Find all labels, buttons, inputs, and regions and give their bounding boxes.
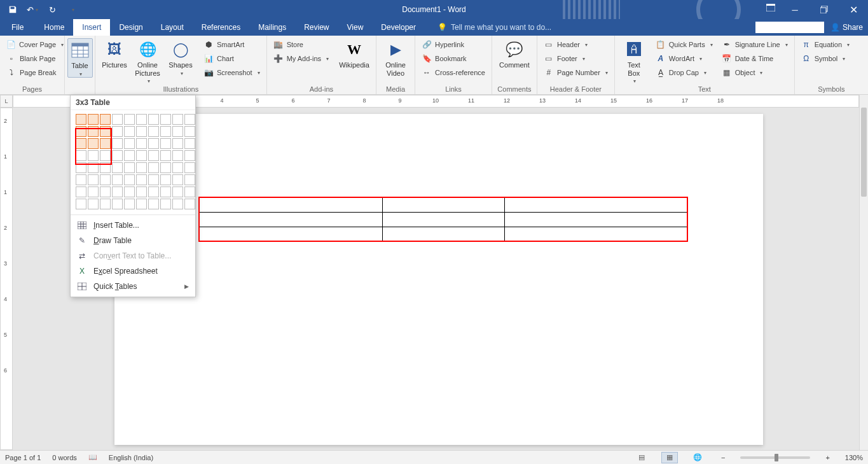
grid-cell[interactable] [100, 174, 111, 185]
grid-cell[interactable] [184, 162, 195, 173]
save-icon[interactable] [4, 2, 22, 17]
grid-cell[interactable] [160, 138, 171, 149]
web-layout-button[interactable]: 🌐 [689, 452, 706, 463]
tab-developer[interactable]: Developer [372, 19, 425, 36]
grid-cell[interactable] [112, 162, 123, 173]
tab-references[interactable]: References [193, 19, 249, 36]
online-video-button[interactable]: ▶ Online Video [380, 38, 411, 77]
table-cell[interactable] [382, 227, 504, 241]
grid-cell[interactable] [160, 162, 171, 173]
page-break-button[interactable]: ⤵ Page Break [4, 66, 60, 79]
grid-cell[interactable] [136, 199, 147, 209]
table-cell[interactable] [382, 197, 504, 212]
table-cell[interactable] [199, 227, 382, 241]
screenshot-button[interactable]: 📷Screenshot▾ [201, 66, 263, 79]
minimize-button[interactable]: ─ [780, 0, 809, 19]
grid-cell[interactable] [124, 186, 135, 197]
grid-cell[interactable] [112, 138, 123, 149]
close-button[interactable]: ✕ [839, 0, 868, 19]
help-search-input[interactable] [755, 22, 824, 33]
object-button[interactable]: ▦Object▾ [719, 66, 790, 79]
read-mode-button[interactable]: ▤ [633, 452, 650, 463]
grid-cell[interactable] [112, 126, 123, 137]
grid-cell[interactable] [88, 186, 99, 197]
vertical-ruler[interactable]: 21123456 [0, 108, 13, 450]
scrollbar-thumb[interactable] [861, 108, 867, 197]
wordart-button[interactable]: AWordArt▾ [653, 52, 715, 65]
grid-cell[interactable] [88, 174, 99, 185]
table-cell[interactable] [504, 227, 687, 241]
footer-button[interactable]: ▭Footer▾ [541, 52, 610, 65]
grid-cell[interactable] [172, 138, 183, 149]
grid-cell[interactable] [100, 186, 111, 197]
grid-cell[interactable] [184, 150, 195, 161]
crossref-button[interactable]: ↔Cross-reference [419, 66, 488, 79]
grid-cell[interactable] [76, 199, 86, 209]
tab-insert[interactable]: Insert [73, 19, 110, 36]
grid-cell[interactable] [160, 174, 171, 185]
grid-cell[interactable] [148, 174, 159, 185]
grid-cell[interactable] [136, 150, 147, 161]
dropcap-button[interactable]: A̲Drop Cap▾ [653, 66, 715, 79]
grid-cell[interactable] [124, 114, 135, 125]
grid-cell[interactable] [88, 114, 99, 125]
grid-cell[interactable] [184, 126, 195, 137]
quickparts-button[interactable]: 📋Quick Parts▾ [653, 38, 715, 51]
hyperlink-button[interactable]: 🔗Hyperlink [419, 38, 488, 51]
table-cell[interactable] [199, 212, 382, 227]
grid-cell[interactable] [124, 174, 135, 185]
header-button[interactable]: ▭Header▾ [541, 38, 610, 51]
tab-view[interactable]: View [338, 19, 373, 36]
chart-button[interactable]: 📊Chart [201, 52, 263, 65]
my-addins-button[interactable]: ➕My Add-ins▾ [271, 52, 331, 65]
grid-cell[interactable] [76, 150, 86, 161]
grid-cell[interactable] [88, 150, 99, 161]
grid-cell[interactable] [88, 126, 99, 137]
grid-cell[interactable] [136, 138, 147, 149]
grid-cell[interactable] [136, 174, 147, 185]
zoom-slider[interactable] [740, 456, 810, 459]
status-page[interactable]: Page 1 of 1 [5, 454, 41, 461]
grid-cell[interactable] [160, 114, 171, 125]
grid-cell[interactable] [76, 114, 86, 125]
status-words[interactable]: 0 words [52, 454, 77, 461]
table-size-grid[interactable] [71, 110, 195, 214]
ruler-corner[interactable]: L [0, 95, 13, 108]
wikipedia-button[interactable]: W Wikipedia [336, 38, 372, 69]
table-cell[interactable] [382, 212, 504, 227]
grid-cell[interactable] [148, 138, 159, 149]
store-button[interactable]: 🏬Store [271, 38, 331, 51]
qat-customize-icon[interactable]: ▾ [63, 2, 81, 17]
grid-cell[interactable] [148, 186, 159, 197]
grid-cell[interactable] [112, 199, 123, 209]
grid-cell[interactable] [160, 150, 171, 161]
grid-cell[interactable] [184, 114, 195, 125]
grid-cell[interactable] [136, 162, 147, 173]
grid-cell[interactable] [148, 126, 159, 137]
grid-cell[interactable] [112, 114, 123, 125]
tab-file[interactable]: File [0, 19, 35, 36]
grid-cell[interactable] [160, 199, 171, 209]
vertical-scrollbar[interactable] [859, 95, 868, 450]
shapes-button[interactable]: ◯ Shapes▾ [165, 38, 196, 84]
grid-cell[interactable] [184, 186, 195, 197]
table-cell[interactable] [504, 212, 687, 227]
table-cell[interactable] [199, 197, 382, 212]
grid-cell[interactable] [124, 138, 135, 149]
restore-button[interactable] [809, 0, 839, 19]
comment-button[interactable]: 💬 Comment [496, 38, 533, 69]
symbol-button[interactable]: ΩSymbol▾ [799, 52, 864, 65]
grid-cell[interactable] [184, 174, 195, 185]
pagenum-button[interactable]: #Page Number▾ [541, 66, 610, 79]
grid-cell[interactable] [112, 150, 123, 161]
grid-cell[interactable] [76, 162, 86, 173]
zoom-slider-thumb[interactable] [775, 454, 778, 461]
grid-cell[interactable] [148, 114, 159, 125]
online-pictures-button[interactable]: 🌐 Online Pictures▾ [132, 38, 163, 84]
insert-table-menuitem[interactable]: IInsert Table...nsert Table... [71, 218, 195, 233]
cover-page-button[interactable]: 📄 Cover Page▾ [4, 38, 60, 51]
grid-cell[interactable] [148, 199, 159, 209]
grid-cell[interactable] [136, 126, 147, 137]
grid-cell[interactable] [100, 138, 111, 149]
datetime-button[interactable]: 📅Date & Time [719, 52, 790, 65]
